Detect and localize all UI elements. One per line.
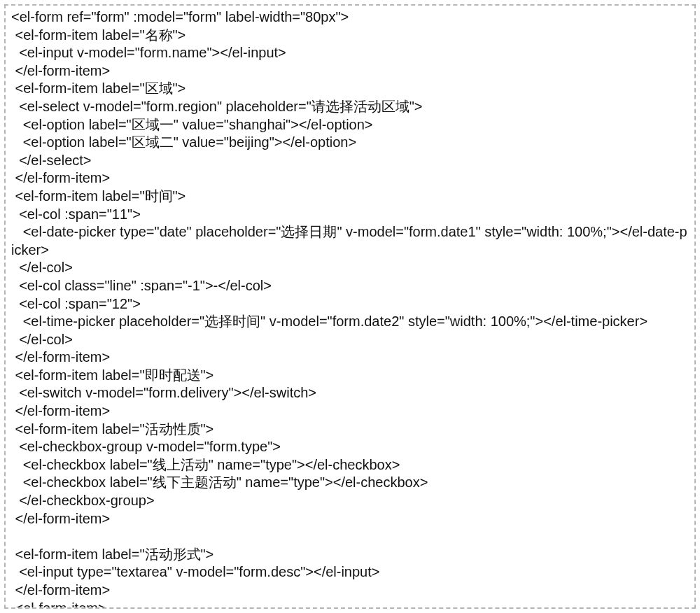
code-line: </el-form-item> xyxy=(11,62,689,80)
code-snippet-box: <el-form ref="form" :model="form" label-… xyxy=(4,4,696,609)
code-line: </el-col> xyxy=(11,331,689,349)
code-line: <el-form-item label="即时配送"> xyxy=(11,367,689,385)
code-line: <el-input v-model="form.name"></el-input… xyxy=(11,44,689,62)
code-line: <el-form-item label="时间"> xyxy=(11,188,689,206)
code-line: <el-col class="line" :span="-1">-</el-co… xyxy=(11,277,689,295)
code-line: <el-form-item label="名称"> xyxy=(11,27,689,45)
code-line: </el-col> xyxy=(11,259,689,277)
code-line: <el-date-picker type="date" placeholder=… xyxy=(11,223,689,259)
code-line: <el-switch v-model="form.delivery"></el-… xyxy=(11,384,689,402)
code-line: <el-form-item label="区域"> xyxy=(11,80,689,98)
code-line: </el-form-item> xyxy=(11,402,689,421)
code-line: </el-form-item> xyxy=(11,510,689,528)
code-line: <el-form-item label="活动性质"> xyxy=(11,421,689,439)
code-line: <el-checkbox-group v-model="form.type"> xyxy=(11,438,689,456)
code-line: </el-select> xyxy=(11,152,689,170)
code-line: </el-form-item> xyxy=(11,582,689,600)
code-line: <el-col :span="11"> xyxy=(11,206,689,224)
code-line: <el-select v-model="form.region" placeho… xyxy=(11,98,689,116)
code-line: </el-form-item> xyxy=(11,348,689,367)
code-line: <el-option label="区域一" value="shanghai">… xyxy=(11,116,689,134)
code-line: <el-input type="textarea" v-model="form.… xyxy=(11,563,689,582)
code-line: <el-form-item> xyxy=(11,600,689,609)
code-line: </el-form-item> xyxy=(11,169,689,188)
code-line: <el-checkbox label="线下主题活动" name="type">… xyxy=(11,474,689,492)
code-line: <el-time-picker placeholder="选择时间" v-mod… xyxy=(11,313,689,331)
code-line: </el-checkbox-group> xyxy=(11,492,689,510)
code-line: <el-col :span="12"> xyxy=(11,295,689,313)
code-line: <el-form-item label="活动形式"> xyxy=(11,546,689,564)
code-line xyxy=(11,528,689,546)
code-line: <el-checkbox label="线上活动" name="type"></… xyxy=(11,456,689,474)
code-line: <el-form ref="form" :model="form" label-… xyxy=(11,8,689,27)
code-line: <el-option label="区域二" value="beijing"><… xyxy=(11,134,689,152)
